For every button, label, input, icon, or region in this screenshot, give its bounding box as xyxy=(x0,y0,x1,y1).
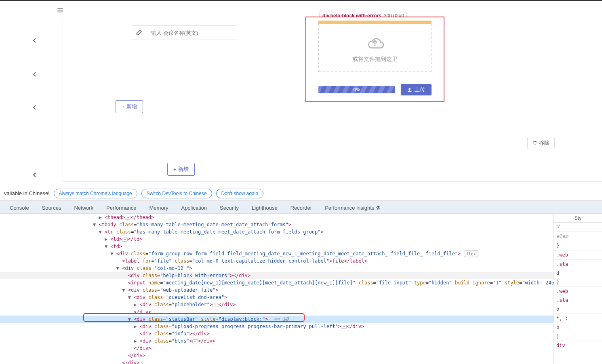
left-side xyxy=(32,21,48,182)
upload-button-label: 上传 xyxy=(415,86,425,93)
dom-line[interactable]: ▼ <div class="web-uploader file"> xyxy=(0,286,602,294)
tab-performance[interactable]: Performance xyxy=(105,202,137,213)
annotation-box xyxy=(83,313,305,322)
chevron-left-icon[interactable] xyxy=(32,72,37,78)
tab-application[interactable]: Application xyxy=(180,202,208,213)
upload-highlight-strip xyxy=(318,21,432,24)
dom-line[interactable]: ▶ <div class="upload-progress progress p… xyxy=(0,323,602,330)
chevron-left-icon[interactable] xyxy=(32,38,37,44)
edit-icon xyxy=(132,25,146,40)
devtools: vailable in Chinese! Always match Chrome… xyxy=(0,186,602,364)
dom-line[interactable]: ▶ <div class="placeholder">⋯</div> xyxy=(0,301,602,308)
add-button-label: 新增 xyxy=(178,166,189,173)
dom-line[interactable]: ▼ <tr class="has-many-table-meeting_date… xyxy=(0,228,602,236)
dom-line[interactable]: </div> xyxy=(0,359,602,364)
styles-filter[interactable] xyxy=(554,223,602,232)
upload-button[interactable]: 上传 xyxy=(401,84,432,95)
styles-row: } xyxy=(554,332,602,341)
add-button-label: 新增 xyxy=(126,103,137,110)
cloud-upload-icon xyxy=(364,33,386,51)
drop-text: 或将文件拖到这里 xyxy=(352,56,398,63)
dom-line[interactable]: ▼ <div class="col-md-12 "> xyxy=(0,265,602,272)
add-button[interactable]: + 新增 xyxy=(116,100,143,113)
dom-line[interactable]: ▶ <div class="btns">⋯</div> xyxy=(0,337,602,345)
chevron-left-icon[interactable] xyxy=(32,172,37,179)
tab-memory[interactable]: Memory xyxy=(149,202,169,213)
upload-progress: 0% xyxy=(318,86,395,93)
styles-row: d xyxy=(554,269,602,278)
tab-lighthouse[interactable]: Lighthouse xyxy=(251,202,278,213)
styles-row: } xyxy=(554,241,602,250)
chevron-left-icon[interactable] xyxy=(32,105,37,111)
app-main: div.help-block.with-errors 300.02×0 或将文件… xyxy=(0,20,602,182)
dom-line[interactable]: ▼ <div class="form-group row form-field … xyxy=(0,250,602,257)
styles-pane[interactable]: Sty elem } .web .sta d } .web .sta p *, … xyxy=(554,214,602,364)
styles-row: .sta xyxy=(554,260,602,269)
tab-sources[interactable]: Sources xyxy=(41,202,62,213)
switch-language-button[interactable]: Switch DevTools to Chinese xyxy=(141,189,212,198)
dom-line[interactable]: ▼ <td> xyxy=(0,243,602,250)
banner-text: vailable in Chinese! xyxy=(4,190,50,196)
dom-line[interactable]: <input name="meeting_date[new_1][meeting… xyxy=(0,279,602,286)
tab-recorder[interactable]: Recorder xyxy=(290,202,313,213)
styles-row: elem xyxy=(554,232,602,241)
file-drop-area[interactable]: 或将文件拖到这里 xyxy=(318,24,432,72)
plus-icon: + xyxy=(173,166,177,173)
dom-line[interactable]: <div class="help-block with-errors"></di… xyxy=(0,272,602,279)
dom-line[interactable]: <label for="file" class="col-md-0 text-c… xyxy=(0,257,602,265)
styles-tab[interactable]: Sty xyxy=(554,214,602,223)
styles-row: div xyxy=(554,341,602,350)
remove-button-label: 移除 xyxy=(539,139,549,147)
dom-line[interactable]: ▼ <tbody class="has-many-table-meeting_d… xyxy=(0,221,602,228)
styles-row: } xyxy=(554,278,602,287)
dom-wrap: ▶ <thead>⋯</thead> ▼ <tbody class="has-m… xyxy=(0,214,602,364)
plus-icon: + xyxy=(122,104,125,110)
styles-row: *, : xyxy=(554,314,602,323)
upload-box: 或将文件拖到这里 0% 上传 xyxy=(305,17,444,102)
dom-line[interactable]: </div> xyxy=(0,352,602,359)
dom-line[interactable]: ▼ <div class="queueList dnd-area"> xyxy=(0,294,602,301)
remove-button[interactable]: 移除 xyxy=(527,137,555,149)
dom-line[interactable]: <div class="info"></div> xyxy=(0,330,602,337)
elements-pane[interactable]: ▶ <thead>⋯</thead> ▼ <tbody class="has-m… xyxy=(0,214,602,364)
tab-security[interactable]: Security xyxy=(219,202,240,213)
styles-row: .sta xyxy=(554,296,602,305)
dom-line[interactable]: ▶ <thead>⋯</thead> xyxy=(0,214,602,221)
dom-line[interactable]: </div> xyxy=(0,345,602,352)
tab-performance-insights[interactable]: Performance insights ⚗ xyxy=(324,202,381,213)
meeting-name-group xyxy=(132,25,237,40)
match-language-button[interactable]: Always match Chrome's language xyxy=(54,189,137,198)
hamburger-icon[interactable] xyxy=(57,6,64,15)
styles-row: .web xyxy=(554,287,602,296)
dom-line[interactable]: ▶ <td>⋯</td> xyxy=(0,236,602,243)
add-button-2[interactable]: + 新增 xyxy=(167,163,195,176)
topbar xyxy=(0,0,602,20)
styles-row: .web xyxy=(554,250,602,260)
language-banner: vailable in Chinese! Always match Chrome… xyxy=(0,186,602,201)
dont-show-again-button[interactable]: Don't show again xyxy=(216,189,264,198)
styles-row: b xyxy=(554,323,602,332)
tab-network[interactable]: Network xyxy=(73,202,94,213)
devtools-tabs: Console Sources Network Performance Memo… xyxy=(0,201,602,214)
styles-row: p xyxy=(554,305,602,314)
tab-console[interactable]: Console xyxy=(9,202,30,213)
meeting-name-input[interactable] xyxy=(146,25,237,40)
content-area: div.help-block.with-errors 300.02×0 或将文件… xyxy=(63,21,602,182)
